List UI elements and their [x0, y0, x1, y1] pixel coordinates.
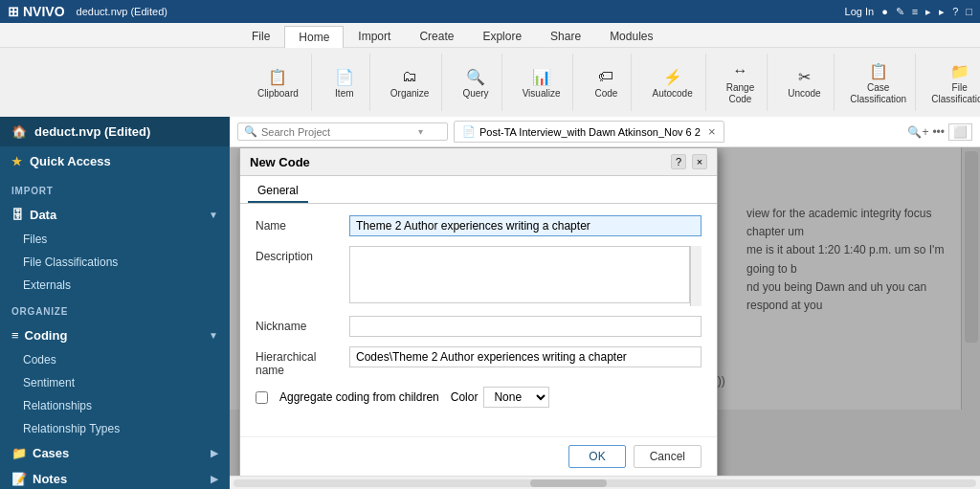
app-title: NVIVO: [23, 4, 65, 19]
tab-modules[interactable]: Modules: [595, 25, 667, 47]
login-btn[interactable]: Log In: [845, 6, 875, 17]
uncode-button[interactable]: ✂ Uncode: [783, 62, 825, 102]
hscroll-track[interactable]: [234, 479, 976, 487]
sidebar-item-sentiment[interactable]: Sentiment: [0, 371, 230, 394]
organize-button[interactable]: 🗂 Organize: [386, 62, 434, 102]
search-input[interactable]: [261, 126, 414, 138]
dialog-overlay: New Code ? × General Name: [230, 147, 980, 476]
quick-access-btn[interactable]: ★ Quick Access: [0, 146, 230, 176]
sidebar-group-coding[interactable]: ≡ Coding ▼: [0, 322, 230, 348]
tab-create[interactable]: Create: [405, 25, 468, 47]
fileclassification-button[interactable]: 📁 File Classification: [931, 56, 980, 108]
zoom-controls[interactable]: 🔍+: [907, 125, 928, 139]
app-logo: ⊞ NVIVO: [8, 4, 65, 19]
star-icon: ★: [11, 155, 22, 168]
code-icon: 🏷: [594, 65, 617, 88]
dialog-footer: OK Cancel: [240, 436, 717, 476]
ribbon-group-autocode: ⚡ Autocode: [639, 54, 705, 111]
hierarchical-label: Hierarchical name: [256, 346, 342, 377]
sidebar-section-organize: ORGANIZE: [0, 300, 230, 322]
rangecode-button[interactable]: ↔ Range Code: [722, 56, 759, 108]
sidebar-group-cases-label: Cases: [33, 446, 69, 460]
cancel-button[interactable]: Cancel: [634, 445, 702, 468]
dialog-help-btn[interactable]: ?: [671, 154, 686, 169]
document-tab-close[interactable]: ×: [708, 124, 716, 139]
sidebar-header-icon: 🏠: [11, 124, 27, 139]
aggregate-label: Aggregate coding from children: [279, 390, 439, 404]
sidebar-item-files[interactable]: Files: [0, 228, 230, 251]
cases-chevron: ▶: [211, 448, 218, 458]
sidebar-item-relationships[interactable]: Relationships: [0, 394, 230, 417]
dialog-close-btn[interactable]: ×: [692, 154, 707, 169]
clipboard-button[interactable]: 📋 Clipboard: [253, 62, 303, 102]
sidebar-group-data[interactable]: 🗄 Data ▼: [0, 202, 230, 228]
sidebar-item-codes[interactable]: Codes: [0, 348, 230, 371]
hscroll-thumb[interactable]: [530, 479, 607, 487]
form-row-nickname: Nickname: [256, 316, 702, 337]
uncode-icon: ✂: [792, 65, 815, 88]
visualize-button[interactable]: 📊 Visualize: [518, 62, 566, 102]
description-textarea[interactable]: [349, 246, 690, 303]
tab-file[interactable]: File: [237, 25, 284, 47]
nickname-label: Nickname: [256, 316, 342, 333]
horizontal-scrollbar[interactable]: [230, 476, 980, 489]
dialog-body: Name Description: [240, 204, 717, 429]
tab-share[interactable]: Share: [536, 25, 595, 47]
tab-explore[interactable]: Explore: [468, 25, 536, 47]
sidebar-group-notes[interactable]: 📝 Notes ▶: [0, 466, 230, 489]
ribbon-group-query: 🔍 Query: [450, 54, 501, 111]
tab-import[interactable]: Import: [344, 25, 405, 47]
uncode-label: Uncode: [788, 88, 820, 100]
coding-chevron: ▼: [209, 330, 218, 341]
code-button[interactable]: 🏷 Code: [589, 62, 623, 102]
sidebar-item-externals[interactable]: Externals: [0, 274, 230, 297]
ribbon-group-code: 🏷 Code: [581, 54, 632, 111]
hierarchical-input[interactable]: [349, 346, 702, 367]
code-label: Code: [595, 88, 618, 100]
coding-icon: ≡: [11, 328, 19, 343]
ribbon-group-fileclassification: 📁 File Classification: [924, 54, 980, 111]
help-icon[interactable]: ?: [952, 6, 958, 17]
caseclassification-button[interactable]: 📋 Case Classification: [850, 56, 907, 108]
dialog-tabs: General: [240, 176, 717, 204]
color-dropdown[interactable]: None Red Blue Green Yellow: [483, 387, 549, 408]
sidebar-item-file-classifications[interactable]: File Classifications: [0, 251, 230, 274]
dialog-tab-general[interactable]: General: [248, 180, 308, 203]
menu-icon[interactable]: ≡: [912, 6, 918, 17]
ribbon-group-uncode: ✂ Uncode: [775, 54, 834, 111]
sidebar-item-relationship-types[interactable]: Relationship Types: [0, 417, 230, 440]
textarea-scrollbar[interactable]: [690, 246, 702, 306]
query-button[interactable]: 🔍 Query: [457, 62, 493, 102]
sidebar-group-cases[interactable]: 📁 Cases ▶: [0, 440, 230, 466]
document-tab[interactable]: 📄 Post-TA Interview_with Dawn Atkinson_N…: [454, 121, 724, 143]
ribbon-group-organize: 🗂 Organize: [378, 54, 443, 111]
window-icon[interactable]: □: [966, 6, 972, 17]
search-dropdown-arrow[interactable]: ▾: [418, 126, 423, 137]
description-wrapper: [349, 246, 702, 306]
name-label: Name: [256, 215, 342, 233]
item-button[interactable]: 📄 Item: [327, 62, 362, 102]
query-label: Query: [462, 88, 488, 100]
tab-home[interactable]: Home: [284, 26, 344, 48]
ribbon-group-item: 📄 Item: [320, 54, 370, 111]
aggregate-checkbox[interactable]: [256, 391, 268, 404]
sidebar: 🏠 deduct.nvp (Edited) ★ Quick Access IMP…: [0, 117, 230, 489]
fileclassification-icon: 📁: [948, 59, 971, 82]
autocode-button[interactable]: ⚡ Autocode: [647, 62, 697, 102]
view-toggle[interactable]: ⬜: [948, 123, 972, 141]
ok-button[interactable]: OK: [568, 445, 625, 468]
ribbon-group-caseclassification: 📋 Case Classification: [842, 54, 916, 111]
nav-icon-1[interactable]: ▸: [925, 6, 931, 18]
search-box[interactable]: 🔍 ▾: [237, 122, 448, 141]
search-row: 🔍 ▾ 📄 Post-TA Interview_with Dawn Atkins…: [230, 117, 980, 147]
edit-icon[interactable]: ✎: [896, 6, 904, 18]
nickname-input[interactable]: [349, 316, 702, 337]
visualize-icon: 📊: [530, 65, 553, 88]
ribbon-group-clipboard: 📋 Clipboard: [245, 54, 312, 111]
clipboard-label: Clipboard: [257, 88, 299, 100]
top-bar-right: Log In ● ✎ ≡ ▸ ▸ ? □: [845, 6, 972, 18]
name-input[interactable]: [349, 215, 702, 236]
nav-icon-2[interactable]: ▸: [939, 6, 945, 18]
ribbon-tab-bar: File Home Import Create Explore Share Mo…: [0, 23, 980, 48]
autocode-label: Autocode: [652, 88, 692, 100]
